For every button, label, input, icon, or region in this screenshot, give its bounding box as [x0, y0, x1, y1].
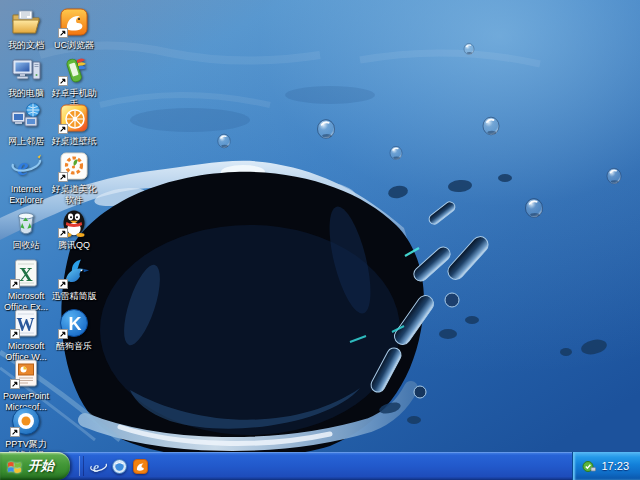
network-places-icon: [9, 101, 43, 135]
uc-browser-icon: [57, 5, 91, 39]
icon-label: 回收站: [13, 240, 40, 251]
desktop-icon-recycle-bin[interactable]: 回收站: [0, 205, 52, 251]
qq-penguin-icon: [57, 205, 91, 239]
desktop-icon-haozhuodao-beautify[interactable]: 好桌道美化软件: [48, 149, 100, 206]
shortcut-arrow-icon: [10, 279, 20, 289]
icon-label: 迅雷精简版: [52, 291, 97, 302]
svg-text:e: e: [93, 459, 99, 474]
svg-text:X: X: [19, 264, 33, 285]
icon-label: 我的电脑: [8, 88, 44, 99]
shortcut-arrow-icon: [10, 329, 20, 339]
shortcut-arrow-icon: [58, 329, 68, 339]
desktop-icon-tencent-qq[interactable]: 腾讯QQ: [48, 205, 100, 251]
my-documents-icon: [9, 5, 43, 39]
xunlei-bird-icon: [57, 256, 91, 290]
round-blue-app-icon: [111, 458, 128, 475]
shortcut-arrow-icon: [58, 172, 68, 182]
beautify-app-icon: [57, 149, 91, 183]
wallpaper-app-icon: [57, 101, 91, 135]
pptv-icon: [9, 404, 43, 438]
shortcut-arrow-icon: [58, 28, 68, 38]
desktop-icon-uc-browser[interactable]: UC浏览器: [48, 5, 100, 51]
shortcut-arrow-icon: [58, 228, 68, 238]
svg-text:e: e: [17, 152, 29, 181]
quick-launch-divider: [79, 456, 84, 476]
desktop-icon-my-documents[interactable]: 我的文档: [0, 5, 52, 51]
quick-launch-round-blue-app[interactable]: [111, 458, 128, 475]
icon-label: 酷狗音乐: [56, 341, 92, 352]
desktop-icon-my-computer[interactable]: 我的电脑: [0, 53, 52, 99]
desktop-icon-haozhuodao-wallpaper[interactable]: 好桌道壁纸: [48, 101, 100, 147]
desktop-icon-network-places[interactable]: 网上邻居: [0, 101, 52, 147]
ie-icon: e: [90, 458, 107, 475]
start-button[interactable]: 开始: [0, 452, 70, 480]
icon-label: UC浏览器: [54, 40, 94, 51]
icon-label: 我的文档: [8, 40, 44, 51]
my-computer-icon: [9, 53, 43, 87]
uc-mini-icon: [132, 458, 149, 475]
start-button-label: 开始: [28, 459, 54, 473]
svg-text:K: K: [69, 314, 82, 334]
tray-status-icon[interactable]: [582, 459, 596, 473]
desktop-icon-kugou-music[interactable]: K 酷狗音乐: [48, 306, 100, 352]
word-icon: W: [9, 306, 43, 340]
powerpoint-icon: [9, 356, 43, 390]
shortcut-arrow-icon: [58, 76, 68, 86]
icon-label: 好桌道美化软件: [48, 184, 100, 206]
shortcut-arrow-icon: [10, 427, 20, 437]
quick-launch-bar: e: [90, 458, 149, 475]
icon-label: 网上邻居: [8, 136, 44, 147]
icon-label: 好桌道壁纸: [52, 136, 97, 147]
taskbar: 开始 e 17:23: [0, 452, 640, 480]
shortcut-arrow-icon: [58, 124, 68, 134]
quick-launch-internet-explorer[interactable]: e: [90, 458, 107, 475]
phone-assistant-icon: [57, 53, 91, 87]
excel-icon: X: [9, 256, 43, 290]
taskbar-clock[interactable]: 17:23: [601, 461, 629, 472]
shortcut-arrow-icon: [58, 279, 68, 289]
internet-explorer-icon: e: [9, 149, 43, 183]
desktop-icon-ms-office-excel[interactable]: X Microsoft Office Ex...: [0, 256, 52, 313]
icon-label: Internet Explorer: [0, 184, 52, 206]
desktop-icon-ms-office-word[interactable]: W Microsoft Office W...: [0, 306, 52, 363]
recycle-bin-icon: [9, 205, 43, 239]
windows-flag-icon: [7, 459, 24, 474]
quick-launch-uc-browser[interactable]: [132, 458, 149, 475]
shortcut-arrow-icon: [10, 379, 20, 389]
kugou-icon: K: [57, 306, 91, 340]
icon-label: 腾讯QQ: [58, 240, 90, 251]
desktop-icon-internet-explorer[interactable]: e Internet Explorer: [0, 149, 52, 206]
desktop-icon-xunlei-lite[interactable]: 迅雷精简版: [48, 256, 100, 302]
system-tray: 17:23: [572, 452, 640, 480]
